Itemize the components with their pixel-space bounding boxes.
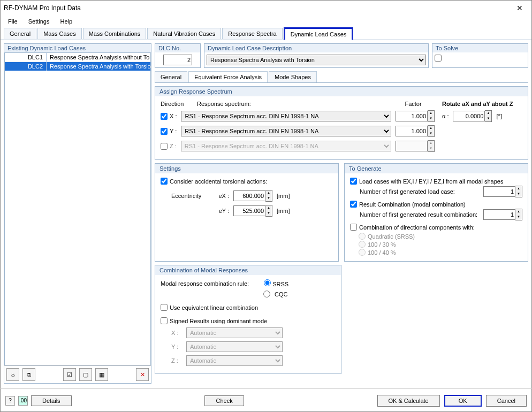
- linear-checkbox[interactable]: [161, 304, 168, 311]
- gen-loadcases-label: Load cases with EX,i / EY,i / EZ,i from …: [359, 178, 503, 185]
- factor-y-input[interactable]: [396, 126, 428, 136]
- rs-y-select[interactable]: RS1 - Response Sepctrum acc. DIN EN 1998…: [181, 126, 391, 136]
- factor-x-input[interactable]: [396, 111, 428, 121]
- tab-mass-cases[interactable]: Mass Cases: [37, 28, 82, 39]
- y-checkbox[interactable]: [161, 128, 168, 135]
- spin-down-icon: ▼: [428, 146, 434, 151]
- result-comb-label: Result Combination (modal combination): [359, 201, 466, 208]
- sx-label: X :: [171, 330, 182, 336]
- menu-file[interactable]: File: [4, 17, 22, 26]
- rule-label: Modal response combination rule:: [161, 280, 249, 287]
- ey-label: eY :: [213, 208, 229, 214]
- spin-up-icon[interactable]: ▲: [428, 126, 434, 131]
- srss-label: SRSS: [272, 281, 288, 287]
- subtab-mode-shapes[interactable]: Mode Shapes: [269, 71, 317, 82]
- dlc-row-2[interactable]: DLC2 Response Spectra Analysis with Tors…: [5, 62, 150, 71]
- z-checkbox[interactable]: [161, 143, 168, 150]
- gen-loadcases-checkbox[interactable]: [350, 178, 357, 185]
- settings-title: Settings: [155, 164, 338, 173]
- spin-down-icon[interactable]: ▼: [428, 116, 434, 121]
- sy-select: Automatic: [186, 341, 283, 352]
- check-all-icon[interactable]: ☑: [63, 368, 76, 381]
- sy-label: Y :: [171, 344, 182, 350]
- ey-input[interactable]: [233, 205, 265, 216]
- dlc-desc: Response Spectra Analysis with Torsio: [47, 62, 150, 71]
- eccentricity-label: Eccentricity: [171, 193, 209, 199]
- to-solve-title: To Solve: [432, 44, 528, 52]
- ex-label: eX :: [213, 193, 229, 199]
- existing-dlc-title: Existing Dynamic Load Cases: [4, 44, 151, 52]
- result-comb-checkbox[interactable]: [350, 201, 357, 208]
- main-tabstrip: General Mass Cases Mass Combinations Nat…: [1, 27, 531, 40]
- dlc-desc-select[interactable]: Response Spectra Analysis with Torsion: [207, 55, 426, 65]
- srss-radio[interactable]: [264, 279, 271, 286]
- tab-response-spectra[interactable]: Response Spectra: [222, 28, 283, 39]
- subtab-efa[interactable]: Equivalent Force Analysis: [188, 71, 268, 82]
- new-icon[interactable]: ☼: [6, 368, 19, 381]
- menu-help[interactable]: Help: [56, 17, 77, 26]
- factor-label: Factor: [392, 101, 435, 107]
- spin-down-icon[interactable]: ▼: [428, 131, 434, 136]
- spin-up-icon[interactable]: ▲: [265, 190, 272, 196]
- dlc-row-1[interactable]: DLC1 Response Spectra Analysis without T…: [5, 53, 150, 62]
- tab-natural-vibration[interactable]: Natural Vibration Cases: [147, 28, 221, 39]
- details-button[interactable]: Details: [31, 395, 72, 406]
- x-checkbox[interactable]: [161, 113, 168, 120]
- sort-icon[interactable]: ▦: [95, 368, 108, 381]
- spin-up-icon[interactable]: ▲: [485, 111, 491, 116]
- units-icon[interactable]: .00: [18, 396, 28, 406]
- spin-up-icon[interactable]: ▲: [265, 205, 272, 211]
- numresult-label: Number of first generated result combina…: [360, 211, 477, 218]
- spin-up-icon[interactable]: ▲: [515, 186, 522, 192]
- subtabs: General Equivalent Force Analysis Mode S…: [155, 71, 528, 83]
- check-button[interactable]: Check: [204, 395, 244, 406]
- spin-down-icon[interactable]: ▼: [485, 116, 491, 121]
- r40-label: 100 / 40 %: [368, 249, 396, 256]
- ok-button[interactable]: OK: [444, 395, 482, 407]
- ex-input[interactable]: [233, 190, 265, 201]
- numfirst-label: Number of first generated load case:: [360, 188, 455, 195]
- ey-unit: [mm]: [277, 208, 290, 214]
- r30-label: 100 / 30 %: [368, 241, 396, 248]
- tab-general[interactable]: General: [4, 28, 36, 39]
- quad-radio: [359, 233, 366, 240]
- alpha-unit: [°]: [496, 113, 502, 119]
- cancel-button[interactable]: Cancel: [486, 395, 527, 407]
- sz-select: Automatic: [186, 355, 283, 366]
- ex-unit: [mm]: [277, 193, 290, 199]
- menu-settings[interactable]: Settings: [24, 17, 54, 26]
- tab-mass-combinations[interactable]: Mass Combinations: [83, 28, 147, 39]
- assign-spectrum-title: Assign Response Spectrum: [155, 87, 528, 96]
- help-icon[interactable]: ?: [5, 396, 15, 406]
- dircomb-checkbox[interactable]: [350, 224, 357, 231]
- linear-label: Use equivalent linear combination: [170, 304, 258, 311]
- to-solve-checkbox[interactable]: [435, 55, 442, 62]
- numfirst-input[interactable]: [483, 186, 515, 197]
- ok-calculate-button[interactable]: OK & Calculate: [377, 395, 440, 407]
- spin-up-icon[interactable]: ▲: [428, 111, 434, 116]
- numresult-input[interactable]: [483, 209, 515, 220]
- cqc-radio[interactable]: [263, 291, 270, 297]
- alpha-input[interactable]: [453, 111, 485, 121]
- delete-icon[interactable]: ✕: [136, 368, 149, 381]
- cqc-label: CQC: [275, 291, 287, 297]
- torsion-checkbox[interactable]: [161, 178, 168, 185]
- subtab-general[interactable]: General: [155, 71, 187, 82]
- quad-label: Quadratic (SRSS): [368, 233, 415, 240]
- dlc-id: DLC2: [5, 62, 47, 71]
- dlc-id: DLC1: [5, 53, 47, 62]
- dlc-no-input[interactable]: [163, 55, 192, 65]
- spin-down-icon[interactable]: ▼: [515, 215, 522, 220]
- torsion-label: Consider accidental torsional actions:: [170, 178, 267, 185]
- uncheck-all-icon[interactable]: ▢: [79, 368, 92, 381]
- spin-up-icon[interactable]: ▲: [515, 209, 522, 215]
- tab-dynamic-load-cases[interactable]: Dynamic Load Cases: [284, 27, 354, 40]
- rs-x-select[interactable]: RS1 - Response Sepctrum acc. DIN EN 1998…: [181, 111, 391, 121]
- copy-icon[interactable]: ⧉: [22, 368, 35, 381]
- spin-down-icon[interactable]: ▼: [265, 211, 272, 216]
- close-icon[interactable]: ✕: [511, 3, 528, 13]
- signed-checkbox[interactable]: [161, 317, 168, 324]
- dlc-no-title: DLC No.: [155, 44, 200, 52]
- spin-down-icon[interactable]: ▼: [265, 196, 272, 201]
- spin-down-icon[interactable]: ▼: [515, 192, 522, 197]
